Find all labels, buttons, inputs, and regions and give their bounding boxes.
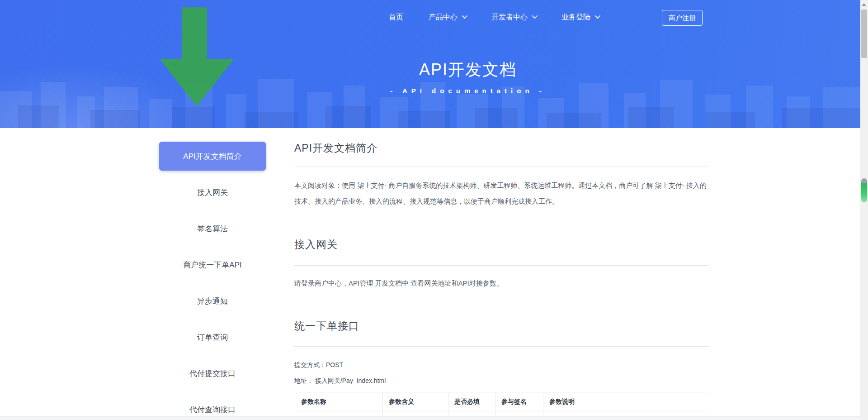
sidebar-item-async-notify[interactable]: 异步通知: [159, 286, 266, 315]
nav-item-products[interactable]: 产品中心: [429, 13, 466, 22]
sidebar-item-label: 接入网关: [197, 187, 228, 198]
sidebar-item-label: 订单查询: [197, 332, 228, 343]
section-heading-unified-order: 统一下单接口: [294, 319, 709, 333]
table-header-required: 是否必填: [448, 392, 495, 411]
divider: [294, 265, 709, 266]
hero-header: 首页 产品中心 开发者中心 业务登陆 商户注册 API开发文档 - API do…: [0, 0, 861, 128]
chevron-down-icon: [462, 13, 468, 19]
nav-item-label: 开发者中心: [491, 13, 528, 22]
page-title: API开发文档: [390, 59, 545, 81]
sidebar-item-payout-submit[interactable]: 代付提交接口: [159, 359, 266, 388]
section-heading-intro: API开发文档简介: [294, 141, 709, 155]
intro-paragraph: 本文阅读对象：使用 柒上支付- 商户自服务系统的技术架构师、研发工程师、系统运维…: [294, 177, 709, 209]
request-address-line: 地址： 接入网关/Pay_Index.html: [294, 377, 709, 385]
table-header-row: 参数名称 参数含义 是否必填 参与签名 参数说明: [295, 392, 709, 411]
nav-item-label: 产品中心: [429, 13, 458, 22]
section-heading-gateway: 接入网关: [294, 238, 709, 252]
nav-item-home[interactable]: 首页: [389, 13, 403, 22]
sidebar-item-gateway[interactable]: 接入网关: [159, 178, 266, 207]
page: 首页 产品中心 开发者中心 业务登陆 商户注册 API开发文档 - API do…: [0, 0, 868, 420]
sidebar-item-unified-order-api[interactable]: 商户统一下单API: [159, 250, 266, 279]
divider: [294, 167, 709, 167]
top-nav: 首页 产品中心 开发者中心 业务登陆: [389, 8, 599, 26]
sidebar: API开发文档简介 接入网关 签名算法 商户统一下单API 异步通知 订单查询 …: [159, 142, 266, 420]
sidebar-item-label: 异步通知: [197, 296, 228, 306]
sidebar-item-label: 代付提交接口: [189, 368, 236, 379]
nav-item-developer-center[interactable]: 开发者中心: [491, 13, 536, 22]
vertical-scrollbar[interactable]: [860, 0, 868, 420]
sidebar-item-order-query[interactable]: 订单查询: [159, 323, 266, 352]
divider: [294, 346, 709, 347]
hero-text: API开发文档 - API documentation -: [390, 59, 545, 95]
page-subtitle: - API documentation -: [390, 87, 545, 95]
chevron-down-icon: [532, 13, 538, 19]
table-header-param-meaning: 参数含义: [383, 392, 448, 411]
scrollbar-thumb[interactable]: [861, 10, 867, 58]
scroll-position-marker: [861, 178, 867, 202]
sidebar-item-sign-algorithm[interactable]: 签名算法: [159, 214, 266, 243]
nav-item-business-login[interactable]: 业务登陆: [561, 13, 599, 22]
gateway-paragraph: 请登录商户中心，API管理 开发文档中 查看网关地址和API对接参数。: [294, 275, 709, 291]
scroll-up-arrow-icon[interactable]: [862, 3, 866, 6]
nav-item-label: 首页: [389, 13, 403, 22]
sidebar-item-label: 商户统一下单API: [183, 260, 241, 270]
horizontal-scrollbar[interactable]: [0, 416, 861, 420]
chevron-down-icon: [595, 13, 601, 19]
sidebar-item-label: 签名算法: [197, 224, 228, 234]
merchant-register-button[interactable]: 商户注册: [662, 10, 703, 26]
request-method-line: 提交方式：POST: [294, 361, 709, 369]
sidebar-item-label: 代付查询接口: [189, 405, 236, 415]
table-header-param-name: 参数名称: [295, 392, 383, 411]
sidebar-item-label: API开发文档简介: [183, 151, 241, 162]
table-header-signed: 参与签名: [495, 392, 543, 411]
nav-item-label: 业务登陆: [561, 13, 590, 22]
table-header-description: 参数说明: [543, 392, 709, 411]
sidebar-item-intro[interactable]: API开发文档简介: [159, 142, 266, 171]
